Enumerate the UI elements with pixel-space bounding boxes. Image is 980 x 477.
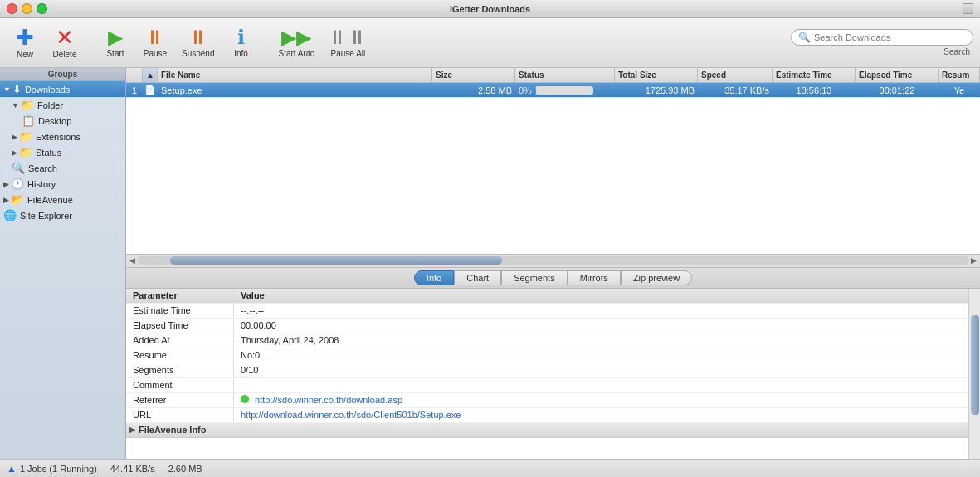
sidebar-item-desktop[interactable]: 📋 Desktop (0, 113, 125, 129)
sidebar-item-status[interactable]: ▶ 📁 Status (0, 144, 125, 160)
arrow-icon: ▼ (12, 101, 19, 110)
delete-button[interactable]: ✕ Delete (46, 22, 83, 65)
row-resume: Ye (939, 85, 980, 95)
sidebar-item-history[interactable]: ▶ 🕐 History (0, 176, 125, 192)
info-value: No:0 (234, 348, 266, 362)
arrow-icon: ▼ (3, 85, 11, 94)
col-totalsize-header[interactable]: Total Size (615, 68, 698, 82)
col-sort-header[interactable]: ▲ (143, 68, 158, 82)
sidebar-item-extensions[interactable]: ▶ 📁 Extensions (0, 129, 125, 144)
info-tabs: Info Chart Segments Mirrors Zip preview (126, 267, 980, 289)
row-speed: 35.17 KB/s (698, 85, 773, 95)
arrow-icon: ▶ (3, 180, 9, 188)
info-value (234, 383, 247, 387)
fileavenue-icon: 📂 (11, 193, 24, 206)
table-header: ▲ File Name Size Status Total Size Speed… (126, 68, 980, 83)
url-link[interactable]: http://download.winner.co.th/sdo/Client5… (241, 410, 461, 420)
info-param: Estimate Time (126, 304, 234, 317)
sidebar-search-label: Search (28, 163, 57, 173)
info-value: 0/10 (234, 363, 265, 377)
toolbar-search-area: 🔍 Search (791, 29, 973, 56)
info-value: http://sdo.winner.co.th/download.asp (234, 393, 409, 406)
sidebar-item-folder[interactable]: ▼ 📁 Folder (0, 97, 125, 113)
info-value: --:--:-- (234, 304, 271, 317)
sidebar-item-downloads[interactable]: ▼ ⬇ Downloads (0, 81, 125, 97)
sidebar: Groups ▼ ⬇ Downloads ▼ 📁 Folder 📋 Deskto… (0, 68, 126, 459)
resize-handle[interactable] (963, 3, 973, 14)
sidebar-item-site-explorer[interactable]: 🌐 Site Explorer (0, 207, 125, 223)
table-row[interactable]: 1 📄 Setup.exe 2.58 MB 0% 1725.93 MB 35.1… (126, 83, 980, 98)
toolbar: ✚ New ✕ Delete ▶ Start ⏸ Pause ⏸ Suspend… (0, 18, 980, 68)
scrollbar-thumb-v[interactable] (971, 315, 979, 415)
suspend-button[interactable]: ⏸ Suspend (177, 22, 219, 65)
fileavenue-info-section[interactable]: ▶ FileAvenue Info (126, 423, 968, 438)
scroll-left-arrow[interactable]: ◀ (128, 255, 137, 266)
tab-info[interactable]: Info (414, 270, 454, 285)
info-row-referrer: Referrer http://sdo.winner.co.th/downloa… (126, 393, 968, 408)
downloads-pane: ▲ File Name Size Status Total Size Speed… (126, 68, 980, 459)
new-button[interactable]: ✚ New (7, 22, 43, 65)
sidebar-item-search[interactable]: 🔍 Search (0, 160, 125, 176)
scrollbar-thumb[interactable] (170, 256, 502, 265)
pause-label: Pause (144, 49, 167, 58)
search-downloads-input[interactable] (814, 32, 955, 42)
info-param: Elapsed Time (126, 319, 234, 332)
col-speed-header[interactable]: Speed (698, 68, 773, 82)
pause-all-label: Pause All (331, 49, 366, 58)
col-size-header[interactable]: Size (432, 68, 515, 82)
info-value: 00:00:00 (234, 319, 283, 332)
search-box[interactable]: 🔍 (791, 29, 973, 46)
scroll-right-arrow[interactable]: ▶ (969, 255, 978, 266)
row-size: 2.58 MB (432, 85, 515, 95)
info-button[interactable]: ℹ Info (222, 22, 259, 65)
arrow-icon: ▶ (12, 133, 17, 141)
sidebar-item-fileavenue[interactable]: ▶ 📂 FileAvenue (0, 192, 125, 207)
vertical-scrollbar[interactable] (968, 289, 980, 460)
pause-button[interactable]: ⏸ Pause (137, 22, 173, 65)
tab-segments[interactable]: Segments (501, 270, 568, 285)
section-header-label: FileAvenue Info (139, 425, 207, 435)
col-elapsed-header[interactable]: Elapsed Time (856, 68, 939, 82)
info-param: URL (126, 408, 234, 421)
close-button[interactable] (7, 3, 17, 14)
search-icon: 🔍 (12, 162, 25, 174)
start-auto-button[interactable]: ▶▶ Start Auto (273, 22, 319, 65)
window-title: iGetter Downloads (450, 4, 530, 14)
start-button[interactable]: ▶ Start (97, 22, 134, 65)
progress-fill (535, 86, 536, 95)
delete-label: Delete (53, 50, 77, 59)
info-table: Parameter Value Estimate Time --:--:-- E… (126, 289, 968, 460)
info-panel: Parameter Value Estimate Time --:--:-- E… (126, 289, 980, 460)
sidebar-downloads-label: Downloads (25, 85, 70, 95)
info-row-url: URL http://download.winner.co.th/sdo/Cli… (126, 408, 968, 423)
scrollbar-track[interactable] (137, 256, 969, 265)
referrer-link[interactable]: http://sdo.winner.co.th/download.asp (255, 395, 402, 405)
start-auto-icon: ▶▶ (281, 27, 311, 47)
title-bar: iGetter Downloads (0, 0, 980, 18)
status-arrow-icon: ▲ (7, 463, 17, 475)
tab-mirrors[interactable]: Mirrors (568, 270, 621, 285)
row-estimate: 13:56:13 (773, 85, 856, 95)
sidebar-desktop-label: Desktop (38, 116, 71, 126)
col-num-header (126, 68, 143, 82)
pause-all-button[interactable]: ⏸⏸ Pause All (323, 22, 373, 65)
horizontal-scrollbar[interactable]: ◀ ▶ (126, 254, 980, 267)
tab-chart[interactable]: Chart (454, 270, 501, 285)
col-status-header[interactable]: Status (515, 68, 615, 82)
tab-zip-preview[interactable]: Zip preview (621, 270, 692, 285)
progress-bar (535, 86, 593, 95)
sidebar-folder-label: Folder (37, 100, 63, 110)
row-icon: 📄 (143, 85, 158, 95)
col-filename-header[interactable]: File Name (158, 68, 432, 82)
status-icon: 📁 (19, 146, 32, 158)
sidebar-status-label: Status (36, 148, 61, 158)
col-estimate-header[interactable]: Estimate Time (773, 68, 856, 82)
minimize-button[interactable] (22, 3, 32, 14)
info-row-resume: Resume No:0 (126, 348, 968, 363)
value-header: Value (234, 289, 271, 302)
col-resume-header[interactable]: Resum (939, 68, 980, 82)
search-label: Search (943, 47, 973, 56)
window-controls (7, 3, 47, 14)
info-row-estimate: Estimate Time --:--:-- (126, 304, 968, 319)
maximize-button[interactable] (37, 3, 47, 14)
